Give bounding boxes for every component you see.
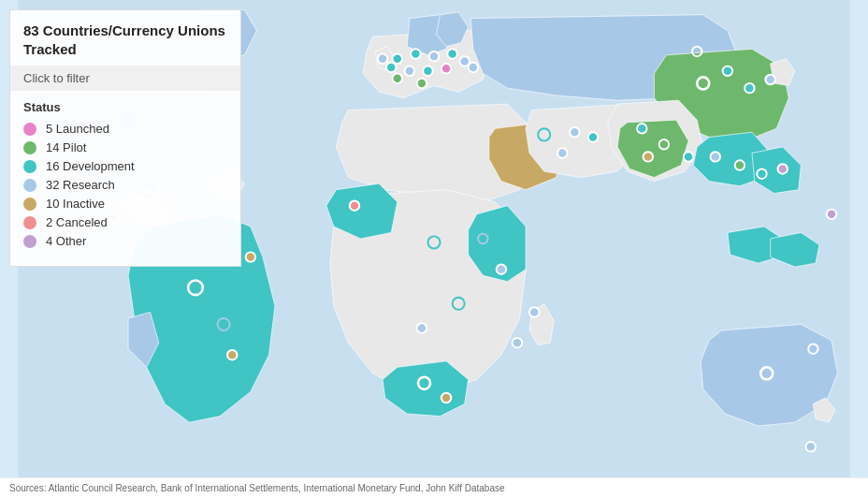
legend-subtitle: Status: [23, 100, 227, 114]
svg-point-29: [417, 323, 427, 332]
svg-point-11: [429, 51, 439, 61]
svg-point-57: [417, 79, 427, 88]
legend-label-launched: 5 Launched: [46, 122, 109, 136]
svg-point-10: [411, 49, 420, 58]
filter-hint[interactable]: Click to filter: [10, 66, 240, 91]
legend-dot-inactive: [23, 198, 36, 211]
svg-point-22: [588, 132, 598, 141]
svg-point-12: [447, 49, 456, 58]
svg-point-16: [405, 66, 414, 76]
svg-point-18: [378, 54, 387, 64]
footer-text: Sources: Atlantic Council Research, Bank…: [9, 483, 505, 493]
legend-item-research[interactable]: 32 Research: [23, 178, 227, 192]
svg-point-24: [350, 200, 359, 210]
legend-dot-pilot: [23, 141, 36, 154]
legend-item-inactive[interactable]: 10 Inactive: [23, 197, 227, 211]
legend-dot-research: [23, 179, 36, 192]
footer: Sources: Atlantic Council Research, Bank…: [0, 477, 868, 498]
svg-point-36: [745, 83, 754, 93]
svg-point-53: [806, 442, 816, 451]
legend-label-other: 4 Other: [46, 234, 86, 248]
legend-title: 83 Countries/Currency Unions Tracked: [23, 22, 227, 58]
legend-label-development: 16 Development: [46, 159, 135, 173]
legend-label-canceled: 2 Canceled: [46, 215, 108, 229]
svg-point-15: [423, 66, 432, 76]
legend-dot-canceled: [23, 216, 36, 229]
svg-point-37: [765, 75, 774, 84]
svg-point-45: [644, 152, 653, 161]
legend-label-inactive: 10 Inactive: [46, 197, 105, 211]
svg-point-49: [808, 344, 817, 353]
svg-point-39: [659, 139, 669, 149]
svg-point-41: [711, 152, 720, 161]
svg-point-8: [227, 350, 237, 359]
svg-point-46: [529, 307, 539, 316]
legend-panel: 83 Countries/Currency Unions Tracked Cli…: [9, 9, 241, 267]
svg-point-52: [441, 393, 451, 403]
svg-point-56: [393, 73, 402, 82]
svg-point-21: [570, 127, 579, 137]
svg-point-17: [386, 63, 396, 72]
svg-point-23: [557, 148, 567, 157]
svg-point-44: [777, 164, 787, 173]
legend-item-pilot[interactable]: 14 Pilot: [23, 140, 227, 154]
svg-point-43: [757, 168, 766, 178]
svg-point-27: [497, 264, 506, 273]
legend-label-pilot: 14 Pilot: [46, 140, 86, 154]
svg-point-14: [441, 64, 451, 73]
legend-item-other[interactable]: 4 Other: [23, 234, 227, 248]
legend-dot-other: [23, 235, 36, 248]
legend-items: 5 Launched14 Pilot16 Development32 Resea…: [23, 122, 227, 248]
svg-point-47: [513, 338, 522, 347]
svg-point-38: [637, 124, 646, 133]
legend-dot-launched: [23, 123, 36, 136]
svg-point-35: [723, 66, 732, 76]
svg-point-19: [469, 63, 478, 72]
legend-label-research: 32 Research: [46, 178, 115, 192]
legend-item-launched[interactable]: 5 Launched: [23, 122, 227, 136]
svg-point-50: [827, 210, 836, 219]
legend-item-development[interactable]: 16 Development: [23, 159, 227, 173]
svg-point-40: [684, 152, 693, 161]
svg-point-42: [735, 160, 745, 169]
legend-item-canceled[interactable]: 2 Canceled: [23, 215, 227, 229]
legend-dot-development: [23, 160, 36, 173]
svg-point-7: [246, 252, 255, 261]
